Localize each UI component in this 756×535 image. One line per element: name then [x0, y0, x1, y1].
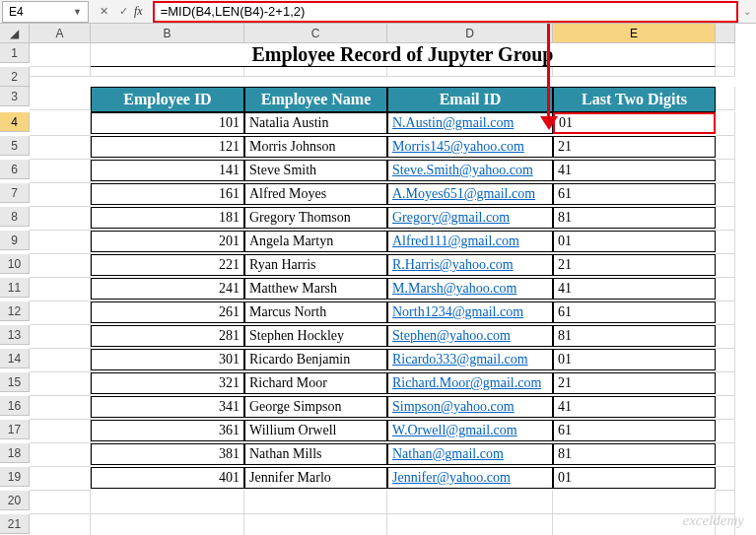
cell-blank14[interactable] [716, 349, 735, 372]
cell-email-5[interactable]: Morris145@yahoo.com [387, 136, 553, 158]
cell-A3[interactable] [30, 87, 91, 110]
cell-r2c1[interactable] [91, 67, 244, 77]
cell-email-4[interactable]: N.Austin@gmail.com [387, 112, 553, 134]
cell-id-4[interactable]: 101 [91, 112, 244, 134]
cell-id-9[interactable]: 201 [91, 231, 244, 252]
col-header-blank[interactable] [716, 24, 735, 43]
row-header-7[interactable]: 7 [0, 183, 30, 203]
header-email-id[interactable]: Email ID [387, 87, 553, 112]
row-header-8[interactable]: 8 [0, 207, 30, 227]
cell-A6[interactable] [30, 160, 91, 183]
cell-id-12[interactable]: 261 [91, 301, 244, 323]
cell-name-7[interactable]: Alfred Moyes [244, 183, 387, 205]
cell-A11[interactable] [30, 278, 91, 301]
name-box[interactable]: E4 ▼ [2, 1, 89, 23]
cell-id-10[interactable]: 221 [91, 254, 244, 276]
col-header-B[interactable]: B [91, 24, 244, 43]
row-header-13[interactable]: 13 [0, 325, 30, 345]
cell-A5[interactable] [30, 136, 91, 160]
cell-name-18[interactable]: Nathan Mills [244, 443, 387, 465]
col-header-A[interactable]: A [30, 24, 91, 43]
cell-A16[interactable] [30, 396, 91, 420]
cell-blank18[interactable] [716, 443, 735, 467]
row-header-5[interactable]: 5 [0, 136, 30, 156]
cell-r21c2[interactable] [244, 514, 387, 535]
cell-blank19[interactable] [716, 467, 735, 491]
row-header-14[interactable]: 14 [0, 349, 30, 368]
cell-A17[interactable] [30, 420, 91, 443]
cell-r2c5[interactable] [716, 67, 735, 77]
cell-blank3[interactable] [716, 87, 735, 110]
cell-last-16[interactable]: 41 [553, 396, 716, 418]
row-header-19[interactable]: 19 [0, 467, 30, 487]
cell-r21c1[interactable] [91, 514, 244, 535]
cell-id-19[interactable]: 401 [91, 467, 244, 489]
cell-blank4[interactable] [716, 112, 735, 136]
cell-id-14[interactable]: 301 [91, 349, 244, 370]
cell-email-6[interactable]: Steve.Smith@yahoo.com [387, 160, 553, 181]
cell-last-15[interactable]: 21 [553, 372, 716, 394]
cell-last-14[interactable]: 01 [553, 349, 716, 370]
row-header-12[interactable]: 12 [0, 301, 30, 321]
cell-email-11[interactable]: M.Marsh@yahoo.com [387, 278, 553, 300]
cell-name-6[interactable]: Steve Smith [244, 160, 387, 181]
cell-blank10[interactable] [716, 254, 735, 278]
row-header-18[interactable]: 18 [0, 443, 30, 463]
cell-name-11[interactable]: Matthew Marsh [244, 278, 387, 300]
fx-icon[interactable]: fx [134, 4, 143, 19]
row-header-10[interactable]: 10 [0, 254, 30, 274]
cell-A1[interactable] [30, 43, 91, 67]
cell-email-10[interactable]: R.Harris@yahoo.com [387, 254, 553, 276]
cell-blank7[interactable] [716, 183, 735, 207]
row-header-1[interactable]: 1 [0, 43, 30, 63]
cell-name-9[interactable]: Angela Martyn [244, 231, 387, 252]
cell-name-16[interactable]: George Simpson [244, 396, 387, 418]
cell-email-15[interactable]: Richard.Moor@gmail.com [387, 372, 553, 394]
row-header-2[interactable]: 2 [0, 67, 30, 87]
cell-A9[interactable] [30, 231, 91, 254]
header-employee-id[interactable]: Employee ID [91, 87, 244, 112]
cell-A10[interactable] [30, 254, 91, 278]
cell-email-12[interactable]: North1234@gmail.com [387, 301, 553, 323]
cell-id-5[interactable]: 121 [91, 136, 244, 158]
cell-last-17[interactable]: 61 [553, 420, 716, 441]
cell-name-4[interactable]: Natalia Austin [244, 112, 387, 134]
cell-last-13[interactable]: 81 [553, 325, 716, 347]
cell-A12[interactable] [30, 301, 91, 325]
cell-r2c2[interactable] [244, 67, 387, 77]
row-header-3[interactable]: 3 [0, 87, 30, 106]
cell-last-6[interactable]: 41 [553, 160, 716, 181]
cell-last-11[interactable]: 41 [553, 278, 716, 300]
col-header-E[interactable]: E [553, 24, 716, 43]
cell-email-9[interactable]: Alfred111@gmail.com [387, 231, 553, 252]
cell-name-12[interactable]: Marcus North [244, 301, 387, 323]
row-header-21[interactable]: 21 [0, 514, 30, 534]
cell-last-18[interactable]: 81 [553, 443, 716, 465]
cell-r20c1[interactable] [91, 491, 244, 514]
cell-A19[interactable] [30, 467, 91, 491]
cell-A4[interactable] [30, 112, 91, 136]
title-cell[interactable]: Employee Record of Jupyter Group [91, 43, 716, 67]
cell-blank13[interactable] [716, 325, 735, 349]
chevron-down-icon[interactable]: ▼ [73, 7, 82, 17]
row-header-16[interactable]: 16 [0, 396, 30, 416]
row-header-17[interactable]: 17 [0, 420, 30, 439]
cell-id-8[interactable]: 181 [91, 207, 244, 229]
cell-last-4[interactable]: 01 [553, 112, 716, 134]
row-header-9[interactable]: 9 [0, 231, 30, 250]
cell-r2c3[interactable] [387, 67, 553, 77]
select-all-corner[interactable]: ◢ [0, 24, 30, 43]
cell-last-7[interactable]: 61 [553, 183, 716, 205]
row-header-20[interactable]: 20 [0, 491, 30, 510]
cell-A14[interactable] [30, 349, 91, 372]
cell-email-8[interactable]: Gregory@gmail.com [387, 207, 553, 229]
cancel-icon[interactable]: ✕ [95, 3, 112, 21]
cell-blank15[interactable] [716, 372, 735, 396]
cell-r20c3[interactable] [387, 491, 553, 514]
cell-name-8[interactable]: Gregory Thomson [244, 207, 387, 229]
cell-r20c4[interactable] [553, 491, 716, 514]
formula-input[interactable]: =MID(B4,LEN(B4)-2+1,2) [153, 1, 738, 23]
cell-r20c2[interactable] [244, 491, 387, 514]
cell-email-19[interactable]: Jennifer@yahoo.com [387, 467, 553, 489]
cell-r20c0[interactable] [30, 491, 91, 514]
